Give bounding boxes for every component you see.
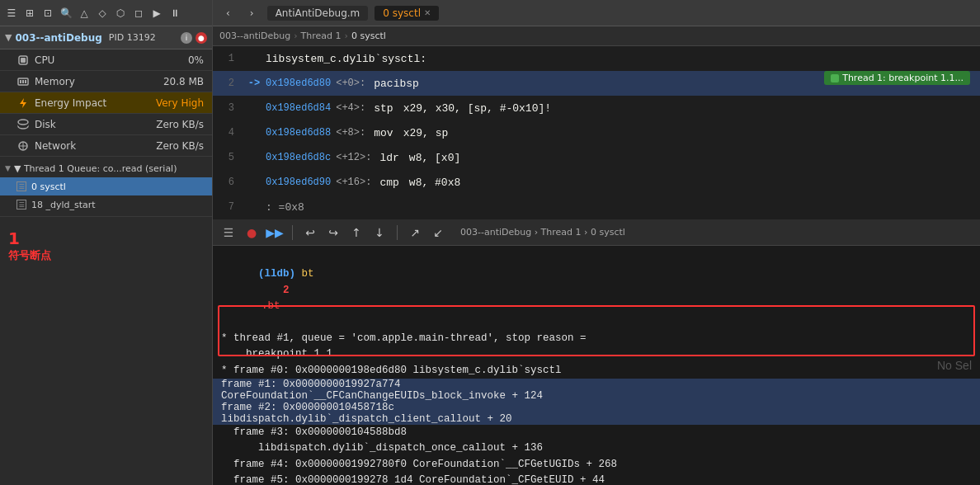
breadcrumb-frame[interactable]: 0 sysctl (351, 31, 386, 41)
disk-icon (16, 118, 30, 131)
svg-marker-6 (20, 98, 26, 108)
code-offset-4: <+8>: (336, 127, 365, 139)
line-num-6: 6 (213, 177, 243, 188)
lldb-prompt-line: (lldb) bt 2 .bt (221, 251, 972, 331)
tab-close-icon[interactable]: ✕ (424, 8, 431, 17)
disk-stat-row: Disk Zero KB/s (0, 114, 212, 135)
thread-section: ▼ ▼ Thread 1 Queue: co...read (serial) ☰… (0, 157, 212, 217)
code-area: 1 libsystem_c.dylib`sysctl: 2 -> 0x198ed… (213, 46, 980, 219)
code-text-1: libsystem_c.dylib`sysctl: (266, 53, 426, 65)
code-offset-5: <+12>: (336, 152, 371, 163)
energy-stat-row: Energy Impact Very High (0, 92, 212, 114)
lldb-line-8: frame #3: 0x0000000104588bd8 (221, 425, 972, 440)
breadcrumb-sep-1: › (294, 31, 297, 41)
process-expand-icon[interactable]: ▼ (5, 32, 12, 43)
annotation-box: 1 符号断点 (0, 220, 212, 271)
record-icon[interactable]: ● (196, 32, 207, 44)
thread-chevron: ▼ (5, 164, 11, 172)
process-pid: PID 13192 (109, 32, 156, 43)
breakpoint-badge: Thread 1: breakpoint 1.1... (824, 71, 970, 85)
code-addr-4: 0x198ed6d88 (266, 127, 331, 139)
next-button[interactable]: › (243, 6, 261, 21)
toolbar-icon-2[interactable]: ⊞ (23, 7, 36, 20)
code-line-4: 4 0x198ed6d88 <+8>: mov x29, sp (213, 120, 980, 145)
toolbar-icon-5[interactable]: △ (78, 7, 91, 20)
thread-header[interactable]: ▼ ▼ Thread 1 Queue: co...read (serial) (0, 159, 212, 177)
code-line-5: 5 0x198ed6d8c <+12>: ldr w8, [x0] (213, 145, 980, 170)
process-row: ▼ 003--antiDebug PID 13192 i ● (0, 26, 212, 49)
svg-rect-3 (20, 80, 21, 83)
active-tab-label: 0 sysctl (383, 7, 421, 19)
thread-item-dyld[interactable]: ☰ 18 _dyld_start (0, 195, 212, 214)
file-tab-label: AntiAntiDebug.m (276, 7, 360, 19)
toolbar-icon-9[interactable]: ▶ (150, 7, 163, 20)
no-sel-text: No Sel (937, 359, 972, 372)
lldb-line-3: * frame #0: 0x0000000198ed6d80 libsystem… (221, 363, 972, 379)
bp-icon (831, 74, 839, 82)
debug-breadcrumb: 003--antiDebug › Thread 1 › 0 sysctl (460, 227, 625, 238)
toolbar-icon-3[interactable]: ⊡ (41, 7, 54, 20)
toolbar-icon-10[interactable]: ⏸ (168, 7, 181, 20)
code-offset-3: <+4>: (336, 102, 365, 114)
dbg-btn-stepout[interactable]: ↑ (347, 224, 365, 242)
cpu-icon (16, 54, 30, 67)
prev-button[interactable]: ‹ (219, 6, 237, 21)
arrow-2: -> (243, 78, 266, 89)
info-icon[interactable]: i (181, 32, 192, 44)
breadcrumb-sep-2: › (345, 31, 348, 41)
breadcrumb-process[interactable]: 003--antiDebug (219, 31, 290, 41)
annotation-number: 1 (8, 228, 204, 248)
toolbar-icon-4[interactable]: 🔍 (59, 7, 73, 20)
lldb-line-5: CoreFoundation`__CFCanChangeEUIDs_block_… (213, 390, 980, 402)
disk-label: Disk (35, 119, 156, 130)
lldb-line-9: libdispatch.dylib`_dispatch_once_callout… (221, 440, 972, 456)
code-args-5: w8, [x0] (409, 152, 460, 164)
svg-rect-4 (22, 80, 24, 83)
line-num-1: 1 (213, 53, 243, 64)
thread-item-label-sysctl: 0 sysctl (31, 181, 66, 192)
dbg-btn-record[interactable]: ● (243, 224, 261, 242)
dbg-btn-stop[interactable]: ☰ (219, 224, 238, 242)
network-label: Network (35, 140, 156, 152)
network-icon (16, 139, 30, 153)
dbg-btn-stepover[interactable]: ↩ (301, 224, 319, 242)
thread-item-sysctl[interactable]: ☰ 0 sysctl (0, 177, 212, 195)
energy-label: Energy Impact (35, 97, 156, 109)
line-num-3: 3 (213, 102, 243, 114)
thread-item-icon-dyld: ☰ (16, 200, 26, 210)
memory-value: 20.8 MB (163, 76, 204, 87)
code-text-7: : =0x8 (266, 201, 304, 214)
dbg-btn-stepinto[interactable]: ↪ (324, 224, 342, 242)
file-tab[interactable]: AntiAntiDebug.m (267, 6, 369, 21)
debug-breadcrumb-text: 003--antiDebug › Thread 1 › 0 sysctl (460, 227, 625, 238)
memory-stat-row: Memory 20.8 MB (0, 71, 212, 92)
dbg-btn-4[interactable]: ↙ (429, 224, 447, 242)
code-instr-4: mov (374, 127, 393, 139)
code-args-4: x29, sp (403, 127, 449, 139)
cpu-value: 0% (188, 54, 204, 66)
dbg-btn-step2[interactable]: ↓ (370, 224, 389, 242)
breakpoint-label: Thread 1: breakpoint 1.1... (842, 73, 964, 83)
breadcrumb: 003--antiDebug › Thread 1 › 0 sysctl (213, 26, 980, 46)
dbg-btn-continue[interactable]: ▶▶ (266, 224, 284, 242)
dbg-separator-2 (397, 225, 398, 240)
lldb-line-2: breakpoint 1.1 (221, 346, 972, 362)
code-addr-5: 0x198ed6d8c (266, 152, 331, 163)
left-toolbar: ☰ ⊞ ⊡ 🔍 △ ◇ ⬡ ◻ ▶ ⏸ (0, 0, 212, 26)
dbg-btn-3[interactable]: ↗ (406, 224, 424, 242)
lldb-console[interactable]: (lldb) bt 2 .bt * thread #1, queue = 'co… (213, 246, 980, 485)
code-args-3: x29, x30, [sp, #-0x10]! (403, 102, 551, 115)
code-offset-6: <+16>: (336, 177, 371, 188)
code-line-7: 7 : =0x8 (213, 195, 980, 219)
code-addr-6: 0x198ed6d90 (266, 177, 331, 188)
toolbar-icon-8[interactable]: ◻ (132, 7, 145, 20)
top-tab-bar: ‹ › AntiAntiDebug.m 0 sysctl ✕ (213, 0, 980, 26)
thread-header-label: ▼ Thread 1 Queue: co...read (serial) (14, 163, 177, 174)
lldb-line-7: libdispatch.dylib`_dispatch_client_callo… (213, 413, 980, 425)
toolbar-icon-6[interactable]: ◇ (96, 7, 109, 20)
active-tab[interactable]: 0 sysctl ✕ (375, 6, 439, 21)
toolbar-icon-1[interactable]: ☰ (5, 7, 18, 20)
breadcrumb-thread[interactable]: Thread 1 (301, 31, 342, 41)
disk-value: Zero KB/s (156, 119, 204, 130)
toolbar-icon-7[interactable]: ⬡ (114, 7, 127, 20)
